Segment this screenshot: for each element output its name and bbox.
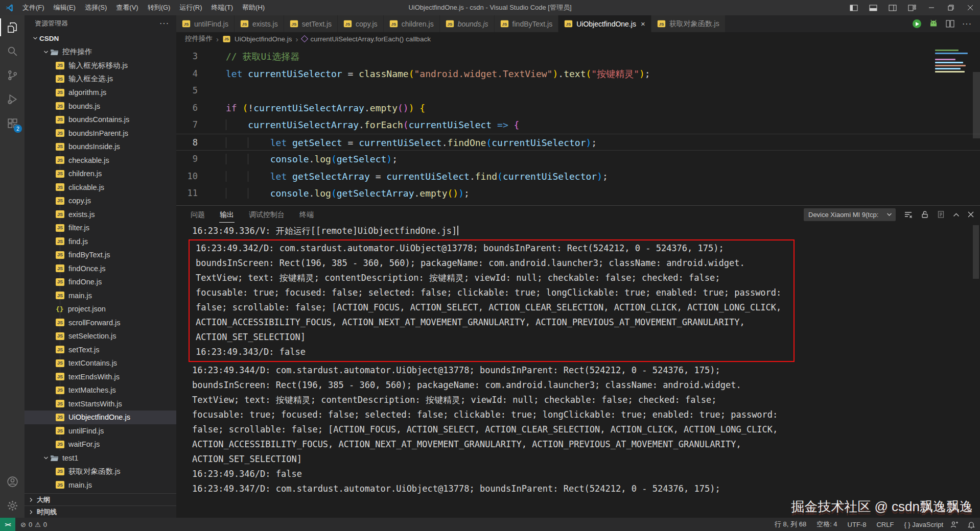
- tree-item[interactable]: JSexists.js: [25, 208, 176, 222]
- toggle-panel-icon[interactable]: [864, 0, 883, 15]
- editor-tab[interactable]: JSbounds.js: [440, 15, 494, 32]
- tree-item[interactable]: JSsetSelection.js: [25, 329, 176, 343]
- panel-tab-调试控制台[interactable]: 调试控制台: [248, 207, 285, 223]
- minimap[interactable]: [935, 48, 972, 74]
- tree-item[interactable]: {}project.json: [25, 302, 176, 316]
- tree-item[interactable]: JSbounds.js: [25, 100, 176, 113]
- toggle-sidebar-icon[interactable]: [844, 0, 864, 15]
- menu-item[interactable]: 终端(T): [206, 0, 238, 15]
- tree-item[interactable]: JSsetText.js: [25, 343, 176, 357]
- tree-item[interactable]: JSboundsInside.js: [25, 140, 176, 154]
- sidebar-section-大纲[interactable]: 大纲: [25, 493, 176, 505]
- tree-item[interactable]: JSfindByText.js: [25, 248, 176, 262]
- tree-item[interactable]: JSwaitFor.js: [25, 438, 176, 451]
- tree-item[interactable]: JS获取对象函数.js: [25, 465, 176, 478]
- panel-tab-问题[interactable]: 问题: [190, 207, 205, 223]
- editor-scrollbar[interactable]: [973, 72, 980, 138]
- open-log-file-icon[interactable]: [937, 210, 945, 219]
- close-window-button[interactable]: [961, 0, 980, 15]
- tree-item[interactable]: JS输入框全选.js: [25, 73, 176, 86]
- status-eol-sequence[interactable]: CRLF: [876, 521, 894, 528]
- tree-item[interactable]: JSboundsInParent.js: [25, 127, 176, 140]
- status-language-mode[interactable]: { } JavaScript: [904, 521, 943, 528]
- tree-item[interactable]: JStextMatches.js: [25, 383, 176, 397]
- menu-item[interactable]: 运行(R): [175, 0, 206, 15]
- run-script-icon[interactable]: [913, 19, 921, 28]
- output-scrollbar[interactable]: [973, 225, 979, 279]
- tree-folder-row[interactable]: test1: [25, 451, 176, 465]
- tree-item[interactable]: JS输入框光标移动.js: [25, 59, 176, 73]
- tree-item[interactable]: JSclickable.js: [25, 181, 176, 195]
- tree-item[interactable]: JSUiObjectfindOne.js: [25, 411, 176, 424]
- notifications-bell-icon[interactable]: [968, 521, 975, 528]
- clear-output-icon[interactable]: [904, 210, 913, 219]
- maximize-panel-icon[interactable]: [953, 212, 960, 217]
- breadcrumb-item[interactable]: UiObjectfindOne.js: [235, 35, 292, 43]
- editor-tab[interactable]: JSexists.js: [235, 15, 284, 32]
- unlock-icon[interactable]: [921, 210, 929, 219]
- explorer-icon[interactable]: [0, 15, 25, 39]
- sidebar-section-时间线[interactable]: 时间线: [25, 505, 176, 518]
- minimize-button[interactable]: [922, 0, 941, 15]
- panel-tab-输出[interactable]: 输出: [219, 207, 235, 223]
- menu-item[interactable]: 选择(S): [80, 0, 111, 15]
- toggle-secondary-sidebar-icon[interactable]: [883, 0, 902, 15]
- tree-item[interactable]: JSscrollForward.js: [25, 316, 176, 330]
- tree-item[interactable]: JSfindOnce.js: [25, 262, 176, 276]
- tree-item[interactable]: JSmain.js: [25, 289, 176, 303]
- output-console[interactable]: 16:23:49.336/V: 开始运行[[remote]UiObjectfin…: [176, 223, 980, 518]
- run-debug-icon[interactable]: [0, 87, 25, 111]
- tree-item[interactable]: JSfilter.js: [25, 221, 176, 235]
- android-device-icon[interactable]: [929, 19, 938, 28]
- tree-item[interactable]: JSuntilFind.js: [25, 424, 176, 438]
- problems-status[interactable]: ⊘ 0 ⚠ 0: [15, 521, 52, 528]
- tree-item[interactable]: JStextStartsWith.js: [25, 397, 176, 411]
- tree-item[interactable]: JStextContains.js: [25, 356, 176, 370]
- tree-item[interactable]: JScopy.js: [25, 194, 176, 208]
- status-encoding[interactable]: UTF-8: [848, 521, 867, 528]
- restore-button[interactable]: [941, 0, 961, 15]
- close-icon[interactable]: ×: [641, 19, 645, 28]
- breadcrumb-item[interactable]: 控件操作: [185, 34, 213, 43]
- tree-item[interactable]: JSfindOne.js: [25, 275, 176, 289]
- menu-item[interactable]: 转到(G): [143, 0, 175, 15]
- tree-item[interactable]: JScheckable.js: [25, 154, 176, 167]
- explorer-more-actions-icon[interactable]: ···: [159, 19, 169, 28]
- panel-tab-终端[interactable]: 终端: [299, 207, 314, 223]
- menu-item[interactable]: 文件(F): [18, 0, 49, 15]
- device-selector-dropdown[interactable]: Device Xiaomi MI 9(tcp:: [804, 208, 896, 221]
- editor-tab[interactable]: JSfindByText.js: [495, 15, 558, 32]
- editor-tab[interactable]: JS获取对象函数.js: [651, 15, 725, 32]
- editor-tab[interactable]: JScopy.js: [338, 15, 383, 32]
- split-editor-icon[interactable]: [946, 20, 954, 28]
- extensions-icon[interactable]: 2: [0, 111, 25, 135]
- settings-gear-icon[interactable]: [0, 494, 25, 518]
- tree-folder-row[interactable]: CSDN: [25, 32, 176, 45]
- tree-item[interactable]: JSboundsContains.js: [25, 113, 176, 127]
- more-actions-icon[interactable]: ···: [962, 19, 972, 29]
- code-editor[interactable]: 3// 获取Ui选择器4let currentUiSelector = clas…: [176, 45, 980, 205]
- account-sync-icon[interactable]: [950, 521, 959, 528]
- customize-layout-icon[interactable]: [902, 0, 922, 15]
- status-cursor-position[interactable]: 行 8, 列 68: [775, 520, 806, 529]
- menu-item[interactable]: 编辑(E): [49, 0, 80, 15]
- editor-tab[interactable]: JSchildren.js: [384, 15, 439, 32]
- tree-item[interactable]: JSmain.js: [25, 478, 176, 492]
- search-icon[interactable]: [0, 39, 25, 63]
- editor-tab[interactable]: JSUiObjectfindOne.js×: [558, 15, 650, 32]
- tree-item[interactable]: JStextEndsWith.js: [25, 370, 176, 384]
- tree-folder-row[interactable]: 控件操作: [25, 45, 176, 59]
- editor-tab[interactable]: JSuntilFind.js: [176, 15, 234, 32]
- tree-item[interactable]: JSalgorithm.js: [25, 86, 176, 100]
- menu-item[interactable]: 查看(V): [111, 0, 143, 15]
- menu-item[interactable]: 帮助(H): [238, 0, 269, 15]
- tree-item[interactable]: JSfind.js: [25, 235, 176, 249]
- source-control-icon[interactable]: [0, 63, 25, 87]
- tree-item[interactable]: JSchildren.js: [25, 167, 176, 181]
- close-panel-icon[interactable]: [968, 211, 974, 218]
- remote-indicator[interactable]: ><: [0, 518, 15, 531]
- breadcrumb-item[interactable]: currentUiSelectArray.forEach() callback: [311, 35, 431, 43]
- editor-tab[interactable]: JSsetText.js: [284, 15, 337, 32]
- status-indentation[interactable]: 空格: 4: [816, 520, 837, 529]
- accounts-icon[interactable]: [0, 470, 25, 494]
